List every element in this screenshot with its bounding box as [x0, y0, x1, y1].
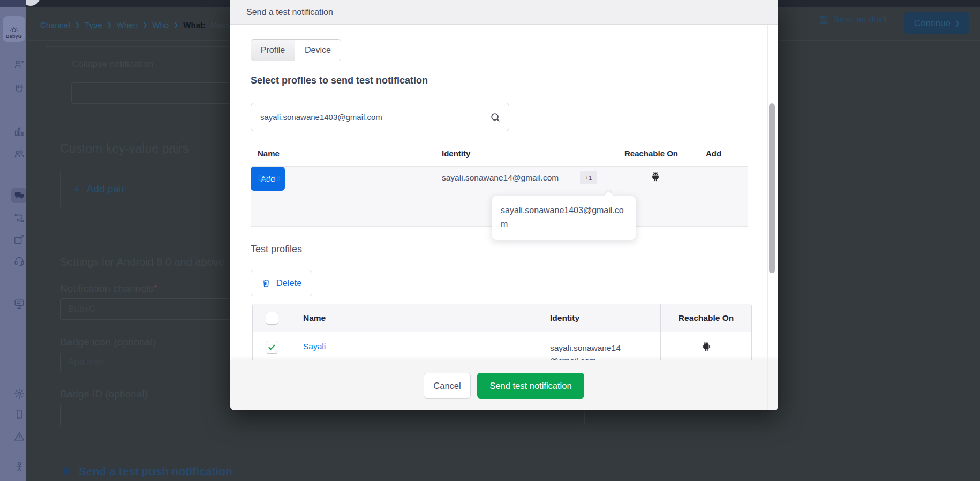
save-as-draft-label: Save as draft — [833, 14, 887, 25]
results-header-name: Name — [258, 149, 280, 158]
select-all-checkbox[interactable] — [266, 312, 278, 325]
chevron-right-icon: ❯ — [174, 21, 178, 28]
plus-icon: + — [73, 182, 80, 196]
notification-channels-text: Notification channels — [60, 283, 154, 294]
cancel-button[interactable]: Cancel — [424, 373, 471, 399]
tooltip-arrow — [604, 189, 613, 196]
identity-tooltip: sayali.sonawane1403@gmail.com — [492, 196, 636, 241]
devices-icon[interactable] — [13, 409, 25, 420]
breadcrumb-who: Who — [152, 20, 169, 29]
alerts-icon[interactable] — [13, 431, 25, 442]
tab-device-label: Device — [305, 46, 331, 55]
chevron-right-icon: ❯ — [142, 21, 147, 28]
tab-device[interactable]: Device — [295, 40, 341, 61]
bell-icon — [60, 465, 72, 478]
search-icon[interactable] — [489, 111, 501, 123]
notification-channels-label: Notification channels* — [60, 283, 157, 295]
notification-channels-value: BabyG — [68, 304, 96, 314]
results-header-identity: Identity — [442, 149, 470, 158]
profile-search — [251, 103, 509, 131]
modal-footer: Cancel Send test notification — [230, 360, 778, 410]
content-card-border — [46, 46, 46, 453]
continue-button: Continue ❯ — [904, 12, 969, 34]
app-logo-icon — [9, 25, 19, 34]
account-icon[interactable] — [13, 461, 25, 472]
send-test-push-label: Send a test push notification — [79, 465, 232, 478]
android-settings-heading: Settings for Android 8.0 and above — [60, 256, 224, 268]
android-icon — [650, 171, 661, 185]
background-panel-line — [781, 211, 979, 211]
test-profiles-heading: Test profiles — [251, 244, 302, 255]
floppy-disk-icon — [818, 14, 829, 25]
screen: Channel❯ Type❯ When❯ Who❯ What: Messa Sa… — [0, 0, 980, 481]
profile-identity: sayali.sonawane14@gmail.com — [442, 173, 559, 183]
send-test-push-section: Send a test push notification — [60, 465, 232, 478]
modal-title: Send a test notification — [246, 7, 333, 17]
messages-icon[interactable] — [13, 190, 25, 201]
tp-header-name: Name — [303, 313, 326, 323]
badge-icon-label: Badge icon (optional) — [60, 336, 156, 348]
modal-header: Send a test notification — [230, 0, 778, 25]
check-icon — [268, 344, 276, 351]
more-identities-badge[interactable]: +1 — [580, 171, 597, 184]
test-profiles-header-row: Name Identity Reachable On — [253, 304, 751, 332]
support-icon[interactable] — [13, 255, 25, 267]
settings-icon[interactable] — [13, 388, 25, 400]
profile-name-link[interactable]: Sayali — [258, 173, 280, 183]
breadcrumb-what-label: What: — [183, 20, 206, 29]
chevron-right-icon: ❯ — [955, 20, 960, 27]
profile-search-input[interactable] — [252, 104, 483, 130]
send-test-notification-modal: Send a test notification Profile Device … — [230, 0, 778, 410]
select-profiles-heading: Select profiles to send test notificatio… — [251, 75, 428, 86]
breadcrumb-channel: Channel — [40, 20, 70, 29]
analytics-icon[interactable] — [13, 126, 25, 138]
section-divider — [46, 453, 766, 453]
collapse-notification-label: Collapse notification — [72, 59, 153, 70]
badge-icon-placeholder: App Icon — [68, 357, 104, 367]
add-pair-label: Add pair — [87, 183, 125, 195]
journeys-icon[interactable] — [13, 212, 25, 224]
android-icon — [700, 341, 712, 355]
chevron-right-icon: ❯ — [75, 21, 80, 28]
required-asterisk: * — [154, 283, 157, 292]
delete-label: Delete — [276, 278, 302, 288]
custom-pairs-heading: Custom key-value pairs — [60, 141, 189, 156]
tp-header-reachable: Reachable On — [679, 313, 734, 323]
breadcrumb-when: When — [117, 20, 138, 29]
tab-profile-label: Profile — [261, 46, 285, 55]
save-as-draft-button: Save as draft — [818, 14, 887, 25]
audience-icon[interactable] — [13, 148, 25, 160]
modal-scrollbar-track — [767, 25, 768, 410]
breadcrumb-type: Type — [85, 20, 102, 29]
badge-id-label: Badge ID (optional) — [60, 388, 148, 400]
row-checkbox-checked[interactable] — [266, 341, 278, 354]
campaigns-icon[interactable] — [13, 234, 25, 245]
send-test-notification-button[interactable]: Send test notification — [477, 373, 584, 399]
results-header-add: Add — [706, 149, 721, 158]
app-switcher-tile[interactable]: BabyG — [3, 16, 25, 42]
breadcrumb-what-value: Messa — [210, 20, 229, 29]
app-sidebar: BabyG — [0, 0, 26, 481]
tab-profile[interactable]: Profile — [251, 40, 295, 61]
breadcrumb: Channel❯ Type❯ When❯ Who❯ What: Messa — [40, 20, 229, 29]
tp-header-identity: Identity — [550, 313, 579, 323]
magnet-icon[interactable] — [13, 84, 25, 96]
delete-button[interactable]: Delete — [251, 270, 312, 296]
test-profile-name-link[interactable]: Sayali — [303, 342, 326, 351]
app-tile-label: BabyG — [6, 34, 22, 39]
boards-icon[interactable] — [13, 298, 25, 310]
trash-icon — [261, 278, 271, 288]
modal-scrollbar-thumb[interactable] — [769, 103, 775, 273]
continue-label: Continue — [914, 18, 951, 29]
background-panel-line — [781, 170, 979, 170]
contacts-icon[interactable] — [13, 58, 25, 70]
results-header-reachable: Reachable On — [624, 149, 678, 158]
sidebar-top-strip — [0, 0, 26, 7]
target-type-tabs: Profile Device — [251, 39, 341, 61]
chevron-right-icon: ❯ — [107, 21, 112, 28]
